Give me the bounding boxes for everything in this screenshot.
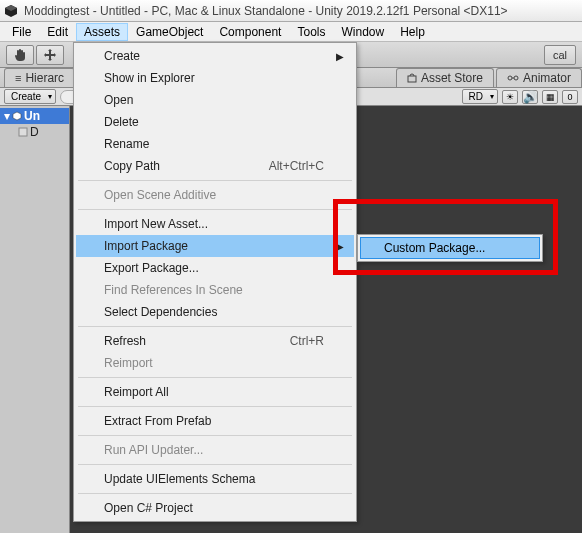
submenu-arrow-icon: ▶ xyxy=(336,241,344,252)
menu-window[interactable]: Window xyxy=(333,23,392,41)
menu-label: Reimport All xyxy=(104,385,169,399)
hierarchy-panel: ▾ Un D xyxy=(0,106,70,533)
animator-icon xyxy=(507,73,519,83)
svg-rect-2 xyxy=(408,76,416,82)
chevron-down-icon: ▾ xyxy=(4,109,10,123)
menu-separator xyxy=(78,493,352,494)
menu-item-import-package[interactable]: Import Package▶ xyxy=(76,235,354,257)
svg-rect-7 xyxy=(19,128,27,136)
menu-separator xyxy=(78,209,352,210)
menu-separator xyxy=(78,377,352,378)
gizmo-count[interactable]: 0 xyxy=(562,90,578,104)
toolbar-right-button[interactable]: cal xyxy=(544,45,576,65)
menu-help[interactable]: Help xyxy=(392,23,433,41)
menu-component[interactable]: Component xyxy=(211,23,289,41)
menu-label: Import New Asset... xyxy=(104,217,208,231)
menu-item-open[interactable]: Open xyxy=(76,89,354,111)
menu-label: Show in Explorer xyxy=(104,71,195,85)
title-bar: Moddingtest - Untitled - PC, Mac & Linux… xyxy=(0,0,582,22)
svg-marker-6 xyxy=(13,112,21,120)
menu-item-select-dependencies[interactable]: Select Dependencies xyxy=(76,301,354,323)
menu-label: Delete xyxy=(104,115,139,129)
menu-assets[interactable]: Assets xyxy=(76,23,128,41)
menu-label: Import Package xyxy=(104,239,188,253)
menu-item-reimport: Reimport xyxy=(76,352,354,374)
menu-label: Update UIElements Schema xyxy=(104,472,255,486)
menu-shortcut: Ctrl+R xyxy=(290,334,324,348)
animator-label: Animator xyxy=(523,71,571,85)
gameobject-icon xyxy=(18,127,28,137)
unity-logo-icon xyxy=(4,3,20,19)
menu-item-reimport-all[interactable]: Reimport All xyxy=(76,381,354,403)
custom-package-item[interactable]: Custom Package... xyxy=(360,237,540,259)
fx-icon[interactable]: ▦ xyxy=(542,90,558,104)
menu-item-rename[interactable]: Rename xyxy=(76,133,354,155)
animator-tab[interactable]: Animator xyxy=(496,68,582,87)
menu-label: Select Dependencies xyxy=(104,305,217,319)
menu-shortcut: Alt+Ctrl+C xyxy=(269,159,324,173)
asset-store-label: Asset Store xyxy=(421,71,483,85)
menu-bar: File Edit Assets GameObject Component To… xyxy=(0,22,582,42)
menu-separator xyxy=(78,435,352,436)
hierarchy-tab[interactable]: ≡Hierarc xyxy=(4,68,75,87)
menu-separator xyxy=(78,406,352,407)
svg-point-3 xyxy=(508,76,512,80)
menu-item-update-uielements-schema[interactable]: Update UIElements Schema xyxy=(76,468,354,490)
menu-label: Run API Updater... xyxy=(104,443,203,457)
menu-item-create[interactable]: Create▶ xyxy=(76,45,354,67)
gameobject-name: D xyxy=(30,125,39,139)
menu-item-run-api-updater: Run API Updater... xyxy=(76,439,354,461)
asset-store-tab[interactable]: Asset Store xyxy=(396,68,494,87)
menu-label: Find References In Scene xyxy=(104,283,243,297)
move-tool-button[interactable] xyxy=(36,45,64,65)
svg-point-4 xyxy=(514,76,518,80)
menu-label: Copy Path xyxy=(104,159,160,173)
menu-label: Open xyxy=(104,93,133,107)
submenu-arrow-icon: ▶ xyxy=(336,51,344,62)
menu-item-show-in-explorer[interactable]: Show in Explorer xyxy=(76,67,354,89)
menu-label: Open C# Project xyxy=(104,501,193,515)
custom-package-label: Custom Package... xyxy=(384,241,485,255)
menu-separator xyxy=(78,326,352,327)
menu-separator xyxy=(78,180,352,181)
menu-item-import-new-asset[interactable]: Import New Asset... xyxy=(76,213,354,235)
unity-scene-icon xyxy=(12,111,22,121)
hierarchy-scene-item[interactable]: ▾ Un xyxy=(0,108,69,124)
import-package-submenu: Custom Package... xyxy=(357,234,543,262)
menu-tools[interactable]: Tools xyxy=(289,23,333,41)
menu-item-delete[interactable]: Delete xyxy=(76,111,354,133)
menu-item-refresh[interactable]: RefreshCtrl+R xyxy=(76,330,354,352)
menu-label: Export Package... xyxy=(104,261,199,275)
menu-label: Open Scene Additive xyxy=(104,188,216,202)
rd-dropdown[interactable]: RD xyxy=(462,89,498,104)
create-dropdown[interactable]: Create xyxy=(4,89,56,104)
menu-item-export-package[interactable]: Export Package... xyxy=(76,257,354,279)
bag-icon xyxy=(407,73,417,83)
menu-label: Rename xyxy=(104,137,149,151)
menu-item-open-c-project[interactable]: Open C# Project xyxy=(76,497,354,519)
menu-item-extract-from-prefab[interactable]: Extract From Prefab xyxy=(76,410,354,432)
menu-label: Create xyxy=(104,49,140,63)
menu-item-open-scene-additive: Open Scene Additive xyxy=(76,184,354,206)
menu-item-find-references-in-scene: Find References In Scene xyxy=(76,279,354,301)
menu-file[interactable]: File xyxy=(4,23,39,41)
menu-label: Reimport xyxy=(104,356,153,370)
menu-label: Extract From Prefab xyxy=(104,414,211,428)
audio-icon[interactable]: 🔊 xyxy=(522,90,538,104)
window-title: Moddingtest - Untitled - PC, Mac & Linux… xyxy=(24,4,508,18)
hierarchy-child-item[interactable]: D xyxy=(0,124,69,140)
scene-name: Un xyxy=(24,109,40,123)
hand-tool-button[interactable] xyxy=(6,45,34,65)
menu-gameobject[interactable]: GameObject xyxy=(128,23,211,41)
menu-edit[interactable]: Edit xyxy=(39,23,76,41)
menu-item-copy-path[interactable]: Copy PathAlt+Ctrl+C xyxy=(76,155,354,177)
menu-label: Refresh xyxy=(104,334,146,348)
menu-separator xyxy=(78,464,352,465)
hierarchy-tab-label: Hierarc xyxy=(25,71,64,85)
assets-dropdown-menu: Create▶Show in ExplorerOpenDeleteRenameC… xyxy=(73,42,357,522)
light-icon[interactable]: ☀ xyxy=(502,90,518,104)
